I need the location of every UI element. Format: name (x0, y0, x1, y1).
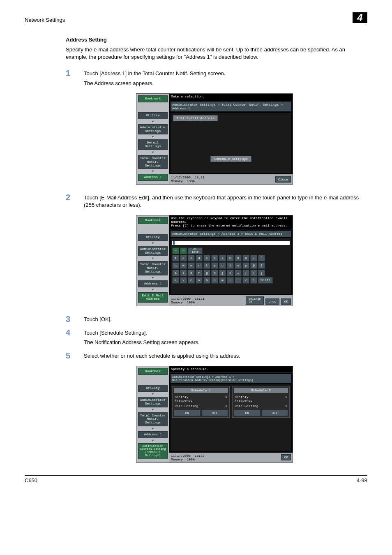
keyboard-row-1: 1 2 3 4 5 6 7 8 9 0 - ^ (172, 255, 290, 261)
chevron-down-icon: ▼ (138, 392, 168, 396)
ok-button[interactable]: OK (281, 298, 291, 305)
arrow-left-button[interactable]: ← (172, 247, 179, 254)
section-title: Address Setting (66, 37, 363, 43)
key[interactable]: p (242, 262, 249, 269)
key[interactable]: 5 (203, 255, 210, 261)
tab-edit-email-address[interactable]: Edit E-Mail Address (173, 115, 218, 121)
chevron-down-icon: ▼ (138, 257, 168, 260)
key[interactable]: o (235, 262, 242, 269)
key[interactable]: q (172, 262, 179, 269)
keyboard-row-3: a s d f g h j k l ; : ] (172, 270, 290, 276)
step-number: 4 (66, 328, 84, 349)
key[interactable]: k (227, 270, 234, 276)
shift-button[interactable]: Shift (258, 277, 273, 284)
key[interactable]: g (203, 270, 210, 276)
keyboard-row-2: q w e r t y u i o p @ [ (172, 262, 290, 269)
key[interactable]: 8 (227, 255, 234, 261)
key[interactable]: x (180, 277, 187, 284)
key[interactable]: 9 (235, 255, 242, 261)
sidebar-item-notif-address-setting[interactable]: Notification Address Setting (Schedule S… (138, 443, 168, 459)
key[interactable]: m (219, 277, 226, 284)
key[interactable]: n (211, 277, 218, 284)
key[interactable]: u (219, 262, 226, 269)
sidebar-item-admin-settings[interactable]: Administrator Settings (138, 246, 168, 257)
sidebar-item-tc-notif[interactable]: Total Counter Notif. Settings (138, 155, 168, 169)
key[interactable]: f (196, 270, 203, 276)
chevron-down-icon: ▼ (138, 120, 168, 123)
key[interactable]: y (211, 262, 218, 269)
sidebar-item-utility[interactable]: Utility (138, 234, 168, 241)
key[interactable]: t (203, 262, 210, 269)
key[interactable]: : (250, 270, 257, 276)
key[interactable]: @ (250, 262, 257, 269)
sidebar-item-edit-email[interactable]: Edit E-Mail Address (138, 292, 168, 303)
schedule-2-panel: Schedule 2 Monthly Frequency 1 Date Sett… (232, 386, 290, 418)
bookmark-button[interactable]: Bookmark (138, 95, 168, 102)
sidebar-item-tc-notif[interactable]: Total Counter Notif. Settings (138, 412, 168, 426)
key[interactable]: - (250, 255, 257, 261)
key[interactable]: r (196, 262, 203, 269)
key[interactable]: w (180, 262, 187, 269)
key[interactable]: b (203, 277, 210, 284)
undo-button[interactable]: Undo (265, 298, 279, 305)
sidebar-item-address1[interactable]: Address 1 (138, 174, 168, 181)
key[interactable]: e (188, 262, 195, 269)
key[interactable]: c (188, 277, 195, 284)
key[interactable]: ; (242, 270, 249, 276)
screen-instruction: Use the keyboard or keypad to enter the … (169, 215, 293, 229)
screen-instruction: Make a selection. (169, 94, 293, 100)
sidebar-item-address1[interactable]: Address 1 (138, 431, 168, 438)
key[interactable]: [ (258, 262, 265, 269)
chevron-down-icon: ▼ (138, 241, 168, 245)
enlarge-button[interactable]: Enlarge ON (246, 296, 263, 305)
key[interactable]: z (172, 277, 179, 284)
value-monthly-frequency: 1 (225, 395, 227, 402)
step-text: Touch [Schedule Settings]. (84, 329, 363, 337)
key[interactable]: . (235, 277, 242, 284)
key[interactable]: \ (250, 277, 257, 284)
email-input[interactable] (172, 241, 290, 245)
key[interactable]: ^ (258, 255, 265, 261)
tab-schedule-settings[interactable]: Schedule Settings (210, 156, 251, 162)
schedule1-off-button[interactable]: OFF (202, 410, 228, 416)
key[interactable]: 1 (172, 255, 179, 261)
status-datetime: 11/17/2006 18:21 Memory 100% (171, 297, 205, 304)
key[interactable]: / (242, 277, 249, 284)
key[interactable]: i (227, 262, 234, 269)
sidebar-item-detail-settings[interactable]: Detail Settings (138, 139, 168, 150)
bookmark-button[interactable]: Bookmark (138, 368, 168, 375)
key[interactable]: , (227, 277, 234, 284)
sidebar-item-address1[interactable]: Address 1 (138, 280, 168, 287)
key[interactable]: 2 (180, 255, 187, 261)
close-button[interactable]: Close (275, 176, 291, 183)
key[interactable]: 4 (196, 255, 203, 261)
sidebar-item-admin-settings[interactable]: Administrator Settings (138, 397, 168, 407)
bookmark-button[interactable]: Bookmark (138, 217, 168, 224)
delete-button[interactable]: De- lete (188, 247, 203, 254)
key[interactable]: 3 (188, 255, 195, 261)
key[interactable]: ] (258, 270, 265, 276)
key[interactable]: a (172, 270, 179, 276)
key[interactable]: h (211, 270, 218, 276)
key[interactable]: 6 (211, 255, 218, 261)
key[interactable]: v (196, 277, 203, 284)
sidebar-item-admin-settings[interactable]: Administrator Settings (138, 124, 168, 135)
keyboard-row-4: z x c v b n m , . / \ Shift (172, 277, 290, 284)
breadcrumb: Administrator Settings > Total Counter N… (171, 102, 291, 111)
schedule2-off-button[interactable]: OFF (262, 410, 288, 416)
key[interactable]: l (235, 270, 242, 276)
key[interactable]: j (219, 270, 226, 276)
chevron-down-icon: ▼ (138, 135, 168, 139)
sidebar-item-tc-notif[interactable]: Total Counter Notif. Settings (138, 261, 168, 275)
ok-button[interactable]: OK (281, 454, 291, 460)
arrow-right-button[interactable]: → (180, 247, 187, 254)
schedule1-on-button[interactable]: ON (174, 410, 201, 416)
sidebar-item-utility[interactable]: Utility (138, 112, 168, 119)
key[interactable]: 7 (219, 255, 226, 261)
key[interactable]: s (180, 270, 187, 276)
sidebar-item-utility[interactable]: Utility (138, 385, 168, 392)
chevron-down-icon: ▼ (138, 408, 168, 412)
schedule2-on-button[interactable]: ON (234, 410, 261, 416)
key[interactable]: 0 (242, 255, 249, 261)
key[interactable]: d (188, 270, 195, 276)
